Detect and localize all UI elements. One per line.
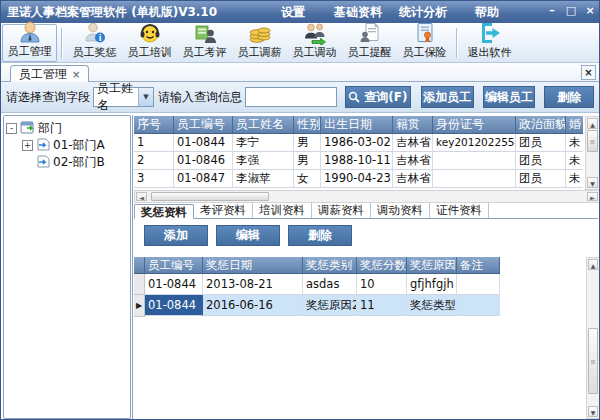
detail-delete-button[interactable]: 删除: [288, 225, 352, 246]
scroll-down-icon[interactable]: ▼: [587, 177, 598, 188]
column-header[interactable]: 政治面貌: [516, 116, 566, 134]
cell: 01-0844: [145, 274, 203, 295]
tab-transfer-data[interactable]: 调动资料: [371, 203, 430, 218]
svg-text:i: i: [98, 34, 101, 43]
toolbar-employee-manage[interactable]: 员工管理: [2, 24, 57, 62]
toolbar-label: 退出软件: [468, 45, 512, 60]
column-header[interactable]: 奖惩日期: [203, 257, 303, 274]
scrollbar-thumb[interactable]: [151, 192, 269, 201]
minimize-button[interactable]: –: [544, 3, 560, 19]
detail-add-button[interactable]: 添加: [144, 225, 208, 246]
reward-table-header: 员工编号 奖惩日期 奖惩类别 奖惩分数 奖惩原因 备注: [134, 257, 500, 274]
scrollbar-thumb[interactable]: ≡: [588, 328, 598, 394]
tab-close-icon[interactable]: ×: [72, 69, 80, 80]
reward-punish-icon: i: [83, 21, 107, 45]
tab-training-data[interactable]: 培训资料: [253, 203, 312, 218]
department-tree: - 部门 + 01-部门A 02-部门B: [3, 115, 131, 419]
employee-table-vscrollbar[interactable]: ▲ ≡ ▼: [585, 116, 600, 190]
toolbar-exit[interactable]: 退出软件: [462, 24, 517, 62]
scroll-left-icon[interactable]: ◄: [136, 192, 147, 201]
menu-settings[interactable]: 设置: [281, 4, 305, 21]
reward-table-vscrollbar[interactable]: ▲ ≡ ▼: [586, 257, 600, 419]
column-header[interactable]: 出生日期: [321, 116, 393, 134]
cell: 1986-03-02: [321, 134, 393, 152]
scroll-down-icon[interactable]: ▼: [588, 406, 598, 417]
cell: 奖惩类型1: [407, 295, 457, 316]
table-row[interactable]: 1 01-0844 李宁 男 1986-03-02 吉林省 key2012022…: [134, 134, 583, 152]
query-input[interactable]: [245, 87, 337, 107]
tree-root-department[interactable]: - 部门: [6, 120, 128, 137]
cell: 未: [566, 170, 583, 188]
app-window: 里诺人事档案管理软件 (单机版)V3.10 设置 基础资料 统计分析 帮助 – …: [0, 0, 600, 420]
scroll-up-icon[interactable]: ▲: [588, 259, 598, 270]
chevron-down-icon[interactable]: ▼: [138, 88, 153, 106]
detail-edit-button[interactable]: 编辑: [216, 225, 280, 246]
cell: 未: [566, 152, 583, 170]
query-field-select[interactable]: 员工姓名 ▼: [93, 87, 154, 107]
column-header[interactable]: 员工编号: [145, 257, 203, 274]
cell: [457, 274, 500, 295]
column-header[interactable]: 序号: [134, 116, 174, 134]
employee-table-hscrollbar[interactable]: ◄ ►: [134, 190, 600, 203]
tab-certificate-data[interactable]: 证件资料: [430, 203, 489, 218]
main-toolbar: 员工管理 i 员工奖惩 员工培训 员工考评 员工调薪: [1, 23, 599, 63]
query-field-label: 请选择查询字段: [6, 89, 90, 106]
column-header[interactable]: 籍贯: [393, 116, 433, 134]
scroll-up-icon[interactable]: ▲: [587, 118, 598, 129]
tree-item-dept-a[interactable]: + 01-部门A: [6, 137, 128, 154]
add-employee-button[interactable]: 添加员工: [421, 86, 474, 108]
column-header[interactable]: 性别: [294, 116, 321, 134]
column-header[interactable]: 身份证号: [433, 116, 516, 134]
toolbar-evaluation[interactable]: 员工考评: [177, 24, 232, 62]
tree-root-label: 部门: [38, 120, 62, 137]
exit-icon: [478, 21, 502, 45]
toolbar-training[interactable]: 员工培训: [122, 24, 177, 62]
toolbar-reminder[interactable]: 员工提醒: [342, 24, 397, 62]
scroll-right-icon[interactable]: ►: [587, 192, 598, 201]
close-button[interactable]: ×: [582, 3, 598, 19]
expand-icon[interactable]: +: [22, 140, 33, 151]
department-node-icon: [36, 155, 50, 171]
column-header[interactable]: 奖惩分数: [357, 257, 407, 274]
column-header[interactable]: 员工姓名: [233, 116, 294, 134]
menu-basic-data[interactable]: 基础资料: [334, 4, 382, 21]
column-header[interactable]: 员工编号: [174, 116, 233, 134]
toolbar-label: 员工保险: [403, 45, 447, 60]
cell: 男: [294, 152, 321, 170]
column-header[interactable]: 备注: [457, 257, 500, 274]
toolbar-label: 员工考评: [183, 45, 227, 60]
query-button[interactable]: 查询(F): [345, 86, 411, 108]
toolbar-insurance[interactable]: 员工保险: [397, 24, 452, 62]
column-header[interactable]: 奖惩类别: [303, 257, 357, 274]
employee-manage-icon: [18, 20, 42, 44]
add-employee-label: 添加员工: [423, 89, 471, 106]
toolbar-salary-adjust[interactable]: 员工调薪: [232, 24, 287, 62]
column-header[interactable]: 婚: [566, 116, 583, 134]
table-row[interactable]: 01-0844 2013-08-21 asdas 10 gfjhfgjh: [134, 274, 500, 295]
cell: 团员: [516, 170, 566, 188]
maximize-button[interactable]: □: [563, 3, 579, 19]
toolbar-reward-punish[interactable]: i 员工奖惩: [67, 24, 122, 62]
tree-item-dept-b[interactable]: 02-部门B: [6, 154, 128, 171]
panel-close-icon[interactable]: ×: [581, 65, 596, 80]
cell: 1988-10-11: [321, 152, 393, 170]
tab-reward-data[interactable]: 奖惩资料: [134, 204, 194, 219]
table-row[interactable]: 3 01-0847 李淑苹 女 1990-04-23 吉林省 团员 未: [134, 170, 583, 188]
search-icon: [348, 91, 360, 103]
tab-salary-data[interactable]: 调薪资料: [312, 203, 371, 218]
menu-statistics[interactable]: 统计分析: [399, 4, 447, 21]
delete-employee-button[interactable]: 删除: [544, 86, 594, 108]
table-row-selected[interactable]: ▶ 01-0844 2016-06-16 奖惩原因2 11 奖惩类型1: [134, 295, 500, 317]
toolbar-transfer[interactable]: 员工调动: [287, 24, 342, 62]
evaluation-icon: [193, 21, 217, 45]
edit-employee-button[interactable]: 编辑员工: [483, 86, 536, 108]
collapse-icon[interactable]: -: [6, 123, 17, 134]
cell: 2016-06-16: [203, 295, 303, 316]
tab-employee-manage[interactable]: 员工管理 ×: [10, 65, 89, 82]
scrollbar-thumb[interactable]: ≡: [587, 130, 598, 152]
tab-evaluation-data[interactable]: 考评资料: [194, 203, 253, 218]
cell: 李淑苹: [233, 170, 294, 188]
table-row[interactable]: 2 01-0846 李强 男 1988-10-11 吉林省 团员 未: [134, 152, 583, 170]
menu-help[interactable]: 帮助: [475, 4, 499, 21]
column-header[interactable]: 奖惩原因: [407, 257, 457, 274]
